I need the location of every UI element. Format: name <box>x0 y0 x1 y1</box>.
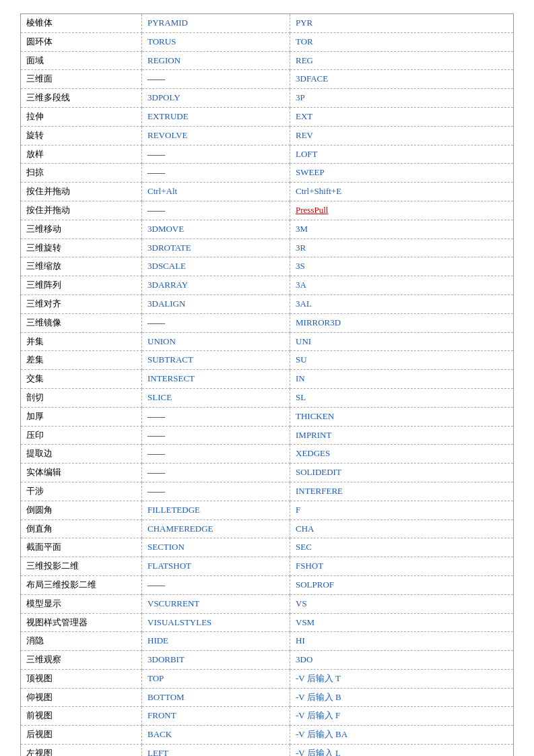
cell-shortcut: INTERFERE <box>290 482 514 501</box>
table-row: 面域REGIONREG <box>21 51 514 70</box>
table-row: 模型显示VSCURRENTVS <box>21 594 514 613</box>
cell-name: 按住并拖动 <box>21 183 142 201</box>
cell-shortcut: HI <box>290 632 514 651</box>
cell-shortcut: -V 后输入 B <box>290 688 514 707</box>
table-row: 倒圆角FILLETEDGEF <box>21 501 514 519</box>
cell-command: TORUS <box>142 32 290 51</box>
table-row: 三维缩放3DSCALE3S <box>21 257 514 276</box>
cell-command: —— <box>142 426 290 445</box>
table-row: 视图样式管理器VISUALSTYLESVSM <box>21 613 514 632</box>
cell-shortcut: SU <box>290 351 514 370</box>
table-row: 布局三维投影二维——SOLPROF <box>21 575 514 594</box>
cell-shortcut: SL <box>290 388 514 407</box>
cell-command: FILLETEDGE <box>142 501 290 519</box>
table-row: 后视图BACK-V 后输入 BA <box>21 726 514 745</box>
cell-shortcut: VS <box>290 594 514 613</box>
cell-name: 加厚 <box>21 407 142 426</box>
cell-name: 三维观察 <box>21 651 142 670</box>
table-row: 截面平面SECTIONSEC <box>21 538 514 557</box>
table-row: 左视图LEFT-V 后输入 L <box>21 745 514 756</box>
cell-name: 三维旋转 <box>21 239 142 257</box>
table-row: 三维旋转3DROTATE3R <box>21 239 514 257</box>
cell-name: 扫掠 <box>21 164 142 183</box>
cell-name: 拉伸 <box>21 107 142 126</box>
cell-command: —— <box>142 145 290 164</box>
cell-name: 放样 <box>21 145 142 164</box>
cell-command: INTERSECT <box>142 370 290 389</box>
cell-name: 圆环体 <box>21 32 142 51</box>
table-row: 三维阵列3DARRAY3A <box>21 276 514 295</box>
cell-shortcut: THICKEN <box>290 407 514 426</box>
cell-command: —— <box>142 201 290 220</box>
cell-shortcut: LOFT <box>290 145 514 164</box>
table-row: 扫掠——SWEEP <box>21 164 514 183</box>
cell-command: —— <box>142 445 290 464</box>
cell-name: 顶视图 <box>21 669 142 688</box>
cell-name: 仰视图 <box>21 688 142 707</box>
cell-command: VSCURRENT <box>142 594 290 613</box>
cell-shortcut: Ctrl+Shift+E <box>290 183 514 201</box>
cell-shortcut: 3R <box>290 239 514 257</box>
cell-shortcut: FSHOT <box>290 557 514 576</box>
cell-shortcut: UNI <box>290 332 514 351</box>
cell-name: 提取边 <box>21 445 142 464</box>
cell-shortcut: REV <box>290 126 514 145</box>
cell-shortcut: -V 后输入 L <box>290 745 514 756</box>
cell-name: 倒圆角 <box>21 501 142 519</box>
cell-name: 消隐 <box>21 632 142 651</box>
cell-shortcut: 3DFACE <box>290 70 514 89</box>
cell-command: 3DSCALE <box>142 257 290 276</box>
cell-command: 3DARRAY <box>142 276 290 295</box>
table-row: 仰视图BOTTOM-V 后输入 B <box>21 688 514 707</box>
cell-name: 差集 <box>21 351 142 370</box>
table-row: 实体编辑——SOLIDEDIT <box>21 464 514 482</box>
cell-command: LEFT <box>142 745 290 756</box>
table-row: 三维投影二维FLATSHOTFSHOT <box>21 557 514 576</box>
cell-shortcut: VSM <box>290 613 514 632</box>
cell-name: 倒直角 <box>21 519 142 538</box>
table-row: 三维面——3DFACE <box>21 70 514 89</box>
cell-name: 按住并拖动 <box>21 201 142 220</box>
cell-name: 三维移动 <box>21 220 142 239</box>
cell-shortcut: 3S <box>290 257 514 276</box>
cell-name: 棱锥体 <box>21 14 142 33</box>
cell-shortcut: MIRROR3D <box>290 313 514 332</box>
cell-shortcut: 3AL <box>290 294 514 313</box>
cell-shortcut: PressPull <box>290 201 514 220</box>
cell-command: REGION <box>142 51 290 70</box>
cell-shortcut: 3A <box>290 276 514 295</box>
cell-shortcut: SOLIDEDIT <box>290 464 514 482</box>
cell-command: —— <box>142 313 290 332</box>
cell-name: 压印 <box>21 426 142 445</box>
cell-name: 三维面 <box>21 70 142 89</box>
cell-command: 3DPOLY <box>142 89 290 108</box>
table-row: 三维多段线3DPOLY3P <box>21 89 514 108</box>
cell-shortcut: TOR <box>290 32 514 51</box>
cell-shortcut: 3M <box>290 220 514 239</box>
table-row: 三维镜像——MIRROR3D <box>21 313 514 332</box>
cell-shortcut: SOLPROF <box>290 575 514 594</box>
cell-command: 3DMOVE <box>142 220 290 239</box>
cell-command: TOP <box>142 669 290 688</box>
cell-name: 模型显示 <box>21 594 142 613</box>
table-row: 三维观察3DORBIT3DO <box>21 651 514 670</box>
cell-command: SECTION <box>142 538 290 557</box>
cell-shortcut: -V 后输入 BA <box>290 726 514 745</box>
table-row: 差集SUBTRACTSU <box>21 351 514 370</box>
table-row: 按住并拖动Ctrl+AltCtrl+Shift+E <box>21 183 514 201</box>
cell-command: REVOLVE <box>142 126 290 145</box>
table-row: 三维对齐3DALIGN3AL <box>21 294 514 313</box>
table-row: 剖切SLICESL <box>21 388 514 407</box>
cell-name: 三维对齐 <box>21 294 142 313</box>
cell-command: UNION <box>142 332 290 351</box>
cell-name: 三维阵列 <box>21 276 142 295</box>
cell-command: 3DROTATE <box>142 239 290 257</box>
cell-name: 三维投影二维 <box>21 557 142 576</box>
cell-shortcut: SEC <box>290 538 514 557</box>
cell-command: CHAMFEREDGE <box>142 519 290 538</box>
cell-name: 面域 <box>21 51 142 70</box>
cell-name: 旋转 <box>21 126 142 145</box>
cell-command: —— <box>142 164 290 183</box>
cell-name: 前视图 <box>21 707 142 726</box>
cell-command: —— <box>142 464 290 482</box>
